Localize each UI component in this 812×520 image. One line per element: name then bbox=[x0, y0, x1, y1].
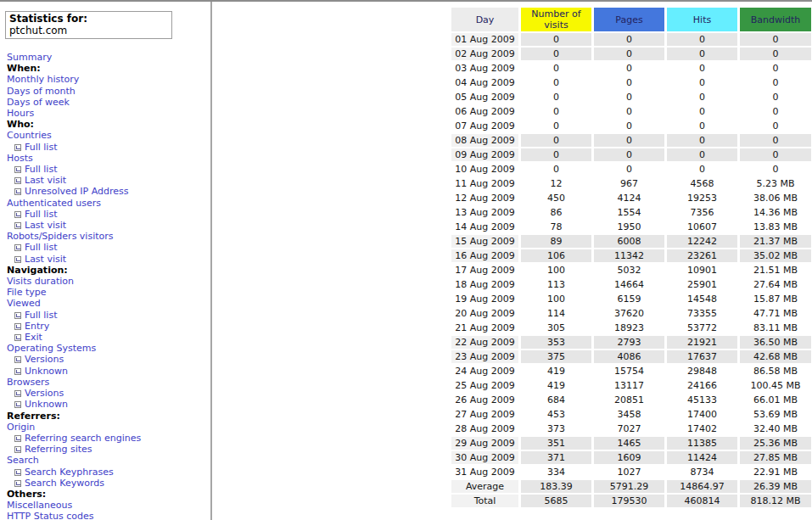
sidebar-item[interactable]: Countries bbox=[7, 130, 210, 141]
sidebar-link-label: Viewed bbox=[7, 298, 41, 309]
sidebar-item[interactable]: Last visit bbox=[7, 254, 210, 265]
hits-cell: 10901 bbox=[667, 264, 737, 277]
pages-cell: 0 bbox=[594, 105, 664, 118]
pages-cell: 3458 bbox=[594, 408, 664, 421]
day-cell: 31 Aug 2009 bbox=[451, 466, 518, 478]
sidebar-item[interactable]: Versions bbox=[7, 354, 210, 365]
sidebar-item[interactable]: Search Keyphrases bbox=[7, 467, 210, 478]
sidebar-item[interactable]: Full list bbox=[7, 310, 210, 321]
submenu-arrow-icon bbox=[14, 256, 21, 263]
sidebar-link-label: Authenticated users bbox=[7, 198, 101, 209]
hits-cell: 12242 bbox=[667, 235, 737, 248]
day-cell: 28 Aug 2009 bbox=[451, 422, 518, 435]
summary-row: Average183.395791.2914864.9726.39 MB bbox=[451, 480, 811, 493]
sidebar-item[interactable]: Hours bbox=[7, 108, 210, 119]
sidebar-item[interactable]: Visits duration bbox=[7, 276, 210, 287]
sidebar-item[interactable]: Unknown bbox=[7, 366, 210, 377]
sidebar-link-label: Last visit bbox=[25, 254, 66, 265]
pages-cell: 0 bbox=[594, 62, 664, 75]
table-row: 19 Aug 200910061591454815.87 MB bbox=[451, 293, 811, 305]
sidebar-item[interactable]: Miscellaneous bbox=[7, 500, 210, 511]
sidebar-item[interactable]: Search bbox=[7, 455, 210, 466]
sidebar-item[interactable]: Full list bbox=[7, 242, 210, 253]
table-row: 09 Aug 20090000 bbox=[451, 148, 811, 161]
sidebar-item[interactable]: Origin bbox=[7, 422, 210, 433]
sidebar-item[interactable]: Unresolved IP Address bbox=[7, 186, 210, 197]
bandwidth-cell: 35.02 MB bbox=[740, 249, 811, 262]
sidebar-link-label: Countries bbox=[7, 130, 52, 141]
submenu-arrow-icon bbox=[14, 323, 21, 330]
site-name: ptchut.com bbox=[9, 25, 67, 36]
table-row: 08 Aug 20090000 bbox=[451, 134, 811, 147]
sidebar-item[interactable]: Referring sites bbox=[7, 444, 210, 455]
pages-cell: 13117 bbox=[594, 379, 664, 392]
sidebar-item[interactable]: Monthly history bbox=[7, 74, 210, 85]
day-cell: 05 Aug 2009 bbox=[451, 91, 518, 103]
table-row: 06 Aug 20090000 bbox=[451, 105, 811, 118]
hits-cell: 17637 bbox=[667, 350, 737, 363]
sidebar-link-label: Browsers bbox=[7, 377, 49, 388]
bandwidth-cell: 32.40 MB bbox=[740, 422, 811, 435]
pages-cell: 6008 bbox=[594, 235, 664, 248]
sidebar-item[interactable]: Entry bbox=[7, 321, 210, 332]
sidebar-item[interactable]: Robots/Spiders visitors bbox=[7, 231, 210, 242]
sidebar-item[interactable]: Authenticated users bbox=[7, 198, 210, 209]
table-row: 21 Aug 2009305189235377283.11 MB bbox=[451, 322, 811, 334]
sidebar-item[interactable]: Viewed bbox=[7, 298, 210, 309]
sidebar-item[interactable]: Versions bbox=[7, 388, 210, 399]
pages-cell: 0 bbox=[594, 76, 664, 89]
sidebar-item[interactable]: Days of month bbox=[7, 86, 210, 97]
sidebar-item[interactable]: Full list bbox=[7, 164, 210, 175]
sidebar-item[interactable]: Full list bbox=[7, 142, 210, 153]
sidebar-item[interactable]: Hosts bbox=[7, 153, 210, 164]
bandwidth-cell: 22.91 MB bbox=[740, 466, 811, 478]
sidebar-item[interactable]: Browsers bbox=[7, 377, 210, 388]
submenu-arrow-icon bbox=[14, 222, 21, 229]
bandwidth-cell: 21.37 MB bbox=[740, 235, 811, 248]
sidebar-item[interactable]: Search Keywords bbox=[7, 478, 210, 489]
visits-cell: 0 bbox=[521, 33, 591, 46]
column-header-visits: Number of visits bbox=[521, 8, 591, 31]
sidebar-item[interactable]: Last visit bbox=[7, 175, 210, 186]
section-label: Referrers: bbox=[7, 411, 60, 422]
sidebar-link-label: Search Keywords bbox=[25, 478, 104, 489]
sidebar-item[interactable]: File type bbox=[7, 287, 210, 298]
day-cell: 01 Aug 2009 bbox=[451, 33, 518, 46]
table-row: 13 Aug 2009861554735614.36 MB bbox=[451, 206, 811, 219]
visits-cell: 106 bbox=[521, 249, 591, 262]
day-cell: 30 Aug 2009 bbox=[451, 451, 518, 464]
table-row: 24 Aug 2009419157542984886.58 MB bbox=[451, 365, 811, 377]
table-row: 15 Aug 20098960081224221.37 MB bbox=[451, 235, 811, 248]
sidebar-item[interactable]: Exit bbox=[7, 332, 210, 343]
day-cell: 29 Aug 2009 bbox=[451, 437, 518, 450]
bandwidth-cell: 0 bbox=[740, 76, 811, 89]
sidebar-item[interactable]: Unknown bbox=[7, 399, 210, 410]
sidebar-link-label: Unknown bbox=[25, 366, 68, 377]
sidebar-item[interactable]: Last visit bbox=[7, 220, 210, 231]
sidebar-item[interactable]: Referring search engines bbox=[7, 433, 210, 444]
bandwidth-cell: 42.68 MB bbox=[740, 350, 811, 363]
daily-stats-table: DayNumber of visitsPagesHitsBandwidth 01… bbox=[449, 6, 812, 509]
pages-cell: 1950 bbox=[594, 221, 664, 233]
main-content: DayNumber of visitsPagesHitsBandwidth 01… bbox=[212, 2, 812, 520]
sidebar-item[interactable]: HTTP Status codes bbox=[7, 511, 210, 520]
sidebar-item[interactable]: Days of week bbox=[7, 97, 210, 108]
sidebar-link-label: Hosts bbox=[7, 153, 33, 164]
submenu-arrow-icon bbox=[14, 244, 21, 251]
sidebar-menu: SummaryWhen:Monthly historyDays of month… bbox=[0, 52, 210, 520]
sidebar-item[interactable]: Operating Systems bbox=[7, 343, 210, 354]
table-row: 14 Aug 20097819501060713.83 MB bbox=[451, 221, 811, 233]
hits-cell: 24166 bbox=[667, 379, 737, 392]
visits-cell: 684 bbox=[521, 394, 591, 406]
sidebar-item[interactable]: Full list bbox=[7, 209, 210, 220]
pages-cell: 14664 bbox=[594, 278, 664, 291]
day-cell: 25 Aug 2009 bbox=[451, 379, 518, 392]
bandwidth-cell: 53.69 MB bbox=[740, 408, 811, 421]
sidebar-link-label: Days of week bbox=[7, 97, 70, 108]
sidebar-link-label: Full list bbox=[25, 310, 57, 321]
sidebar-item[interactable]: Summary bbox=[7, 52, 210, 63]
day-cell: 02 Aug 2009 bbox=[451, 48, 518, 60]
hits-cell: 45133 bbox=[667, 394, 737, 406]
bandwidth-cell: 818.12 MB bbox=[740, 495, 811, 507]
sidebar-link-label: Origin bbox=[7, 422, 35, 433]
